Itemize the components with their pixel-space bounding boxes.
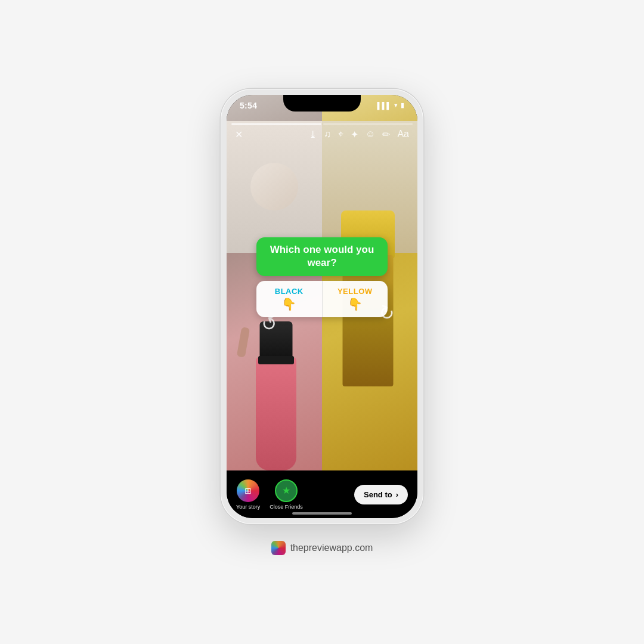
poll-emoji-yellow: 👇 [348,297,363,311]
phone-shell: 5:54 ▌▌▌ ▾ ▮ [221,89,423,524]
progress-bar-2 [323,123,413,125]
wifi-icon: ▾ [394,101,398,109]
poll-widget[interactable]: Which one would you wear? BLACK 👇 YELLOW… [256,237,388,317]
poll-question: Which one would you wear? [256,237,388,275]
your-story-icon: ⊞ [237,479,259,502]
bottom-bar: ⊞ Your story ★ Close Friends Send to › [227,470,417,518]
poll-option-yellow[interactable]: YELLOW 👇 [323,281,388,317]
music-icon[interactable]: ♫ [324,129,331,140]
close-friends-action[interactable]: ★ Close Friends [270,479,303,510]
progress-bar-1 [231,123,321,125]
close-icon[interactable]: ✕ [235,129,243,140]
send-to-button[interactable]: Send to › [354,485,408,504]
home-indicator [292,512,352,515]
poll-options[interactable]: BLACK 👇 YELLOW 👇 [256,281,388,317]
send-arrow-icon: › [396,490,398,499]
send-to-label: Send to [364,490,392,499]
your-story-label: Your story [236,504,260,510]
status-icons: ▌▌▌ ▾ ▮ [377,101,404,109]
your-story-action[interactable]: ⊞ Your story [236,479,260,510]
toolbar: ✕ ⤓ ♫ ⌖ ✦ ☺ ✏ Aa [227,121,417,147]
close-friends-label: Close Friends [270,504,303,510]
notch [283,95,361,112]
branding: thepreviewapp.com [271,541,373,555]
close-friends-icon: ★ [275,479,298,502]
signal-icon: ▌▌▌ [377,102,391,109]
story-actions: ⊞ Your story ★ Close Friends [236,479,354,510]
toolbar-icons-right: ⤓ ♫ ⌖ ✦ ☺ ✏ Aa [309,129,409,140]
download-icon[interactable]: ⤓ [309,129,317,140]
poll-emoji-black: 👇 [281,297,296,311]
brand-url: thepreviewapp.com [290,543,373,553]
poll-label-black: BLACK [275,287,304,296]
brand-logo [271,541,286,555]
draw-icon[interactable]: ✏ [382,129,390,140]
status-time: 5:54 [240,101,257,110]
phone-screen: 5:54 ▌▌▌ ▾ ▮ [227,95,417,518]
battery-icon: ▮ [401,101,404,109]
link-icon[interactable]: ⌖ [338,129,343,140]
poll-label-yellow: YELLOW [338,287,373,296]
story-area: ↺ ↺ Which one would you wear? BLACK 👇 YE… [227,95,417,470]
sparkle-icon[interactable]: ✦ [351,129,358,140]
face-icon[interactable]: ☺ [366,129,375,140]
progress-bars [231,123,413,125]
text-icon[interactable]: Aa [397,129,409,140]
poll-option-black[interactable]: BLACK 👇 [256,281,322,317]
page-wrapper: 5:54 ▌▌▌ ▾ ▮ [0,0,644,644]
